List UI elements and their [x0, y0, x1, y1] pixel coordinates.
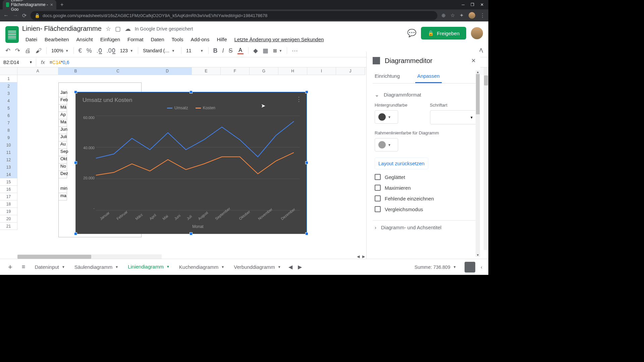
- bg-color-picker[interactable]: ▼: [375, 110, 398, 124]
- horizontal-scrollbar[interactable]: [17, 254, 162, 259]
- row-head[interactable]: 11: [0, 149, 17, 156]
- comments-icon[interactable]: 💬: [407, 29, 416, 38]
- italic-icon[interactable]: I: [222, 47, 224, 54]
- account-avatar-icon[interactable]: [471, 27, 483, 39]
- col-head[interactable]: C: [93, 67, 143, 75]
- sheet-tab[interactable]: Dateninput▼: [30, 260, 69, 275]
- checkbox-option[interactable]: Maximieren: [375, 185, 477, 191]
- row-head[interactable]: 18: [0, 200, 17, 208]
- col-head[interactable]: I: [307, 67, 336, 75]
- row-head[interactable]: 13: [0, 164, 17, 171]
- font-family-select[interactable]: Standard (…▼: [143, 48, 176, 53]
- checkbox-option[interactable]: Vergleichsmodus: [375, 206, 477, 212]
- sheet-tab[interactable]: Liniendiagramm▼: [123, 260, 174, 275]
- tab-nav-left-icon[interactable]: ◀: [286, 264, 295, 270]
- menu-tools[interactable]: Tools: [168, 35, 187, 44]
- menu-einfügen[interactable]: Einfügen: [97, 35, 123, 44]
- checkbox-option[interactable]: Fehlende einzeichnen: [375, 195, 477, 201]
- borders-icon[interactable]: ▦: [263, 47, 268, 54]
- name-box[interactable]: B2:D14 ▼: [0, 58, 36, 66]
- menu-datei[interactable]: Datei: [22, 35, 41, 44]
- row-head[interactable]: 3: [0, 90, 17, 97]
- all-sheets-icon[interactable]: ≡: [17, 263, 30, 270]
- close-sidebar-icon[interactable]: ×: [471, 56, 476, 65]
- row-head[interactable]: 1: [0, 75, 17, 82]
- row-head[interactable]: 19: [0, 208, 17, 215]
- side-panel-toggle-icon[interactable]: ‹: [478, 264, 485, 270]
- resize-handle-nw[interactable]: [74, 90, 77, 94]
- close-tab-icon[interactable]: ×: [50, 2, 53, 7]
- row-head[interactable]: 5: [0, 105, 17, 112]
- resize-handle-ne[interactable]: [305, 90, 308, 94]
- format-select[interactable]: 123▼: [120, 48, 133, 53]
- resize-handle-n[interactable]: [190, 90, 193, 94]
- document-title[interactable]: Linien- Flächendiagramme: [22, 25, 102, 33]
- bookmark-icon[interactable]: ☆: [450, 12, 455, 18]
- chart-font-select[interactable]: ▼: [430, 110, 477, 124]
- resize-handle-sw[interactable]: [74, 232, 77, 235]
- menu-bearbeiten[interactable]: Bearbeiten: [41, 35, 72, 44]
- row-head[interactable]: 16: [0, 186, 17, 193]
- text-color-icon[interactable]: A: [237, 47, 244, 54]
- strikethrough-icon[interactable]: S: [229, 47, 233, 54]
- resize-handle-s[interactable]: [190, 232, 193, 235]
- merge-icon[interactable]: ⊞▼: [273, 48, 282, 53]
- reload-icon[interactable]: ⟳: [22, 12, 26, 19]
- menu-format[interactable]: Format: [124, 35, 147, 44]
- chart-menu-icon[interactable]: ⋮: [296, 96, 302, 103]
- menu-daten[interactable]: Daten: [148, 35, 168, 44]
- last-edit-link[interactable]: Letzte Änderung vor wenigen Sekunden: [231, 35, 327, 44]
- font-size-select[interactable]: 11▼: [186, 48, 203, 53]
- border-color-picker[interactable]: ▼: [375, 138, 398, 152]
- embedded-chart[interactable]: Umsatz und Kosten ⋮ UmsatzKosten 60.0004…: [75, 92, 307, 234]
- scroll-left-icon[interactable]: ◀: [356, 254, 361, 259]
- paint-format-icon[interactable]: 🖌: [36, 47, 42, 54]
- sheet-tab[interactable]: Verbunddiagramm▼: [229, 260, 285, 275]
- redo-icon[interactable]: ↷: [15, 47, 20, 54]
- col-head[interactable]: H: [278, 67, 307, 75]
- maximize-icon[interactable]: ❐: [471, 2, 474, 7]
- currency-icon[interactable]: €: [78, 47, 82, 54]
- col-head[interactable]: G: [250, 67, 278, 75]
- star-icon[interactable]: ☆: [106, 25, 111, 33]
- tab-nav-right-icon[interactable]: ▶: [295, 264, 305, 270]
- explore-icon[interactable]: [465, 262, 475, 273]
- row-head[interactable]: 9: [0, 134, 17, 141]
- address-bar[interactable]: 🔒 docs.google.com/spreadsheets/d/16sZAG8…: [31, 11, 437, 20]
- close-window-icon[interactable]: ✕: [480, 2, 484, 7]
- sidebar-scrollbar[interactable]: ▲ ▼: [476, 70, 480, 257]
- profile-avatar-icon[interactable]: [469, 12, 475, 19]
- print-icon[interactable]: 🖨: [25, 47, 31, 54]
- move-icon[interactable]: ▢: [115, 25, 121, 33]
- menu-add-ons[interactable]: Add-ons: [187, 35, 213, 44]
- reset-layout-button[interactable]: Layout zurücksetzen: [375, 158, 428, 169]
- col-head[interactable]: D: [143, 67, 192, 75]
- scroll-right-icon[interactable]: ▶: [361, 254, 366, 259]
- back-icon[interactable]: ←: [3, 12, 9, 18]
- tab-customize[interactable]: Anpassen: [415, 70, 442, 83]
- col-head[interactable]: F: [221, 67, 250, 75]
- menu-hilfe[interactable]: Hilfe: [213, 35, 230, 44]
- percent-icon[interactable]: %: [87, 47, 92, 54]
- checkbox-option[interactable]: Geglättet: [375, 174, 477, 180]
- browser-menu-icon[interactable]: ⋮: [480, 12, 485, 18]
- menu-ansicht[interactable]: Ansicht: [73, 35, 96, 44]
- minimize-icon[interactable]: ─: [462, 2, 465, 7]
- row-head[interactable]: 2: [0, 82, 17, 90]
- sheet-tab[interactable]: Kuchendiagramm▼: [174, 260, 229, 275]
- fill-color-icon[interactable]: ◆: [253, 47, 258, 54]
- section-chart-style[interactable]: ⌄ Diagrammformat: [375, 92, 477, 98]
- more-icon[interactable]: ⋯: [292, 47, 298, 54]
- col-head[interactable]: E: [192, 67, 221, 75]
- sheet-tab[interactable]: Säulendiagramm▼: [70, 260, 123, 275]
- browser-tab[interactable]: Linien- Flächendiagramme - Goo ×: [3, 0, 56, 9]
- forward-icon[interactable]: →: [13, 12, 18, 18]
- resize-handle-w[interactable]: [74, 161, 77, 164]
- bold-icon[interactable]: B: [213, 47, 218, 54]
- row-head[interactable]: 8: [0, 127, 17, 134]
- resize-handle-se[interactable]: [305, 232, 308, 235]
- row-head[interactable]: 7: [0, 119, 17, 127]
- zoom-icon[interactable]: ⊕: [441, 12, 446, 18]
- row-head[interactable]: 10: [0, 141, 17, 149]
- col-head[interactable]: A: [17, 67, 58, 75]
